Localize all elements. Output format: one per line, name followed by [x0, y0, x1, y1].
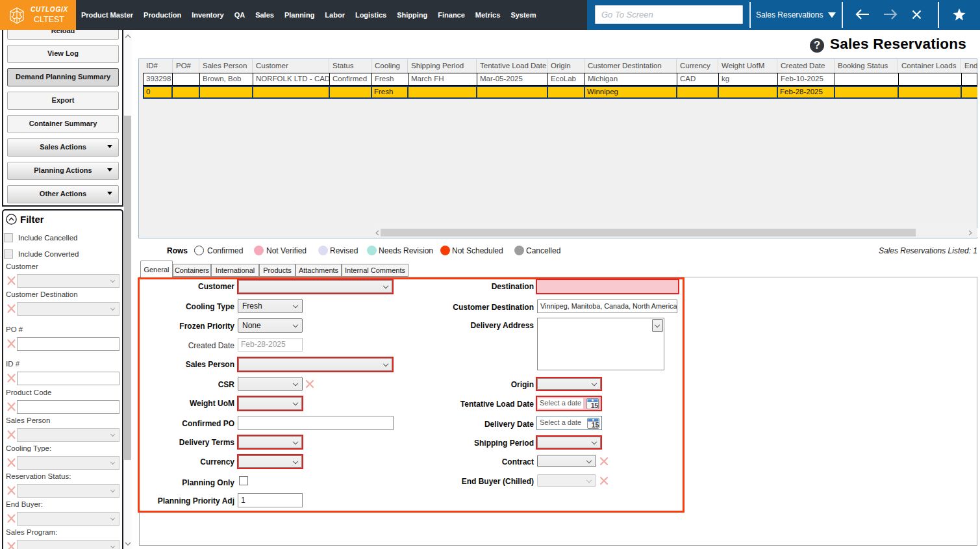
svg-text:?: ?: [814, 39, 820, 51]
svg-text:15: 15: [592, 420, 599, 428]
svg-text:15: 15: [591, 401, 599, 409]
